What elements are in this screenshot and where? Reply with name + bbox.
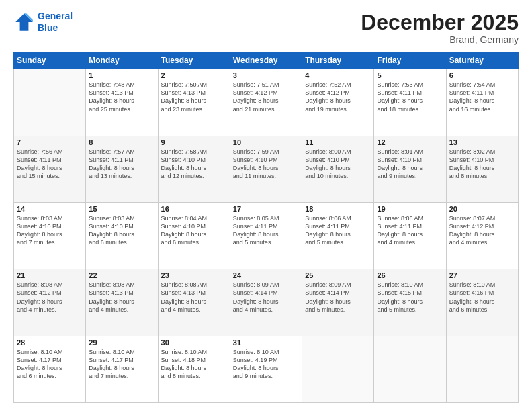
day-info: Sunrise: 8:09 AMSunset: 4:14 PMDaylight:…	[305, 281, 371, 314]
day-number: 28	[17, 338, 83, 347]
calendar-week-row: 1Sunrise: 7:48 AMSunset: 4:13 PMDaylight…	[14, 69, 519, 136]
table-row: 1Sunrise: 7:48 AMSunset: 4:13 PMDaylight…	[86, 69, 158, 136]
logo-line1: General	[38, 11, 73, 21]
table-row: 3Sunrise: 7:51 AMSunset: 4:12 PMDaylight…	[230, 69, 302, 136]
day-number: 25	[305, 271, 371, 279]
day-info: Sunrise: 8:10 AMSunset: 4:17 PMDaylight:…	[17, 348, 83, 381]
svg-marker-0	[15, 13, 33, 31]
day-number: 11	[305, 138, 371, 146]
col-thursday: Thursday	[302, 52, 374, 69]
day-info: Sunrise: 8:06 AMSunset: 4:11 PMDaylight:…	[305, 214, 371, 247]
table-row: 30Sunrise: 8:10 AMSunset: 4:18 PMDayligh…	[158, 336, 230, 402]
day-number: 4	[305, 71, 371, 79]
day-info: Sunrise: 8:09 AMSunset: 4:14 PMDaylight:…	[233, 281, 299, 314]
table-row: 25Sunrise: 8:09 AMSunset: 4:14 PMDayligh…	[302, 269, 374, 336]
header: General Blue December 2025 Brand, German…	[13, 11, 519, 45]
day-info: Sunrise: 7:50 AMSunset: 4:13 PMDaylight:…	[161, 81, 227, 113]
day-info: Sunrise: 7:48 AMSunset: 4:13 PMDaylight:…	[89, 81, 154, 113]
col-friday: Friday	[374, 52, 446, 69]
table-row: 23Sunrise: 8:08 AMSunset: 4:13 PMDayligh…	[158, 269, 230, 336]
location-subtitle: Brand, Germany	[361, 34, 519, 45]
col-wednesday: Wednesday	[230, 52, 302, 69]
table-row: 6Sunrise: 7:54 AMSunset: 4:11 PMDaylight…	[446, 69, 518, 136]
day-number: 16	[161, 205, 227, 213]
table-row: 17Sunrise: 8:05 AMSunset: 4:11 PMDayligh…	[230, 202, 302, 269]
col-monday: Monday	[86, 52, 158, 69]
day-number: 18	[305, 205, 371, 213]
day-number: 1	[89, 71, 154, 79]
page: General Blue December 2025 Brand, German…	[0, 0, 532, 411]
table-row: 2Sunrise: 7:50 AMSunset: 4:13 PMDaylight…	[158, 69, 230, 136]
day-info: Sunrise: 8:10 AMSunset: 4:16 PMDaylight:…	[449, 281, 515, 314]
table-row: 11Sunrise: 8:00 AMSunset: 4:10 PMDayligh…	[302, 136, 374, 202]
logo: General Blue	[13, 11, 73, 34]
day-number: 15	[89, 205, 154, 213]
table-row: 7Sunrise: 7:56 AMSunset: 4:11 PMDaylight…	[14, 136, 86, 202]
table-row: 13Sunrise: 8:02 AMSunset: 4:10 PMDayligh…	[446, 136, 518, 202]
calendar-table: Sunday Monday Tuesday Wednesday Thursday…	[13, 52, 519, 403]
day-info: Sunrise: 8:10 AMSunset: 4:15 PMDaylight:…	[377, 281, 443, 314]
table-row: 12Sunrise: 8:01 AMSunset: 4:10 PMDayligh…	[374, 136, 446, 202]
day-number: 27	[449, 271, 515, 279]
logo-text: General Blue	[38, 11, 73, 34]
day-number: 30	[161, 338, 227, 347]
logo-line2: Blue	[38, 22, 58, 33]
table-row: 5Sunrise: 7:53 AMSunset: 4:11 PMDaylight…	[374, 69, 446, 136]
table-row: 20Sunrise: 8:07 AMSunset: 4:12 PMDayligh…	[446, 202, 518, 269]
table-row: 22Sunrise: 8:08 AMSunset: 4:13 PMDayligh…	[86, 269, 158, 336]
table-row	[374, 336, 446, 402]
day-number: 3	[233, 71, 299, 79]
table-row: 18Sunrise: 8:06 AMSunset: 4:11 PMDayligh…	[302, 202, 374, 269]
table-row: 28Sunrise: 8:10 AMSunset: 4:17 PMDayligh…	[14, 336, 86, 402]
day-number: 8	[89, 138, 154, 146]
col-tuesday: Tuesday	[158, 52, 230, 69]
day-number: 21	[17, 271, 83, 279]
day-number: 17	[233, 205, 299, 213]
day-info: Sunrise: 7:54 AMSunset: 4:11 PMDaylight:…	[449, 81, 515, 113]
table-row: 29Sunrise: 8:10 AMSunset: 4:17 PMDayligh…	[86, 336, 158, 402]
day-info: Sunrise: 8:04 AMSunset: 4:10 PMDaylight:…	[161, 214, 227, 247]
calendar-week-row: 28Sunrise: 8:10 AMSunset: 4:17 PMDayligh…	[14, 336, 519, 402]
table-row: 8Sunrise: 7:57 AMSunset: 4:11 PMDaylight…	[86, 136, 158, 202]
day-number: 13	[449, 138, 515, 146]
day-number: 6	[449, 71, 515, 79]
table-row: 9Sunrise: 7:58 AMSunset: 4:10 PMDaylight…	[158, 136, 230, 202]
table-row: 10Sunrise: 7:59 AMSunset: 4:10 PMDayligh…	[230, 136, 302, 202]
day-info: Sunrise: 8:06 AMSunset: 4:11 PMDaylight:…	[377, 214, 443, 247]
title-block: December 2025 Brand, Germany	[361, 11, 519, 45]
table-row	[302, 336, 374, 402]
day-info: Sunrise: 8:02 AMSunset: 4:10 PMDaylight:…	[449, 148, 515, 181]
month-title: December 2025	[361, 11, 519, 34]
day-number: 26	[377, 271, 443, 279]
table-row: 14Sunrise: 8:03 AMSunset: 4:10 PMDayligh…	[14, 202, 86, 269]
calendar-week-row: 7Sunrise: 7:56 AMSunset: 4:11 PMDaylight…	[14, 136, 519, 202]
calendar-header-row: Sunday Monday Tuesday Wednesday Thursday…	[14, 52, 519, 69]
day-info: Sunrise: 8:01 AMSunset: 4:10 PMDaylight:…	[377, 148, 443, 181]
day-info: Sunrise: 8:08 AMSunset: 4:13 PMDaylight:…	[89, 281, 154, 314]
col-sunday: Sunday	[14, 52, 86, 69]
day-info: Sunrise: 7:52 AMSunset: 4:12 PMDaylight:…	[305, 81, 371, 113]
day-info: Sunrise: 8:10 AMSunset: 4:17 PMDaylight:…	[89, 348, 154, 381]
table-row: 16Sunrise: 8:04 AMSunset: 4:10 PMDayligh…	[158, 202, 230, 269]
table-row: 26Sunrise: 8:10 AMSunset: 4:15 PMDayligh…	[374, 269, 446, 336]
day-info: Sunrise: 7:51 AMSunset: 4:12 PMDaylight:…	[233, 81, 299, 113]
day-number: 29	[89, 338, 154, 347]
table-row	[446, 336, 518, 402]
day-number: 22	[89, 271, 154, 279]
day-info: Sunrise: 8:08 AMSunset: 4:12 PMDaylight:…	[17, 281, 83, 314]
day-info: Sunrise: 7:59 AMSunset: 4:10 PMDaylight:…	[233, 148, 299, 181]
day-info: Sunrise: 8:10 AMSunset: 4:18 PMDaylight:…	[161, 348, 227, 381]
day-number: 20	[449, 205, 515, 213]
day-info: Sunrise: 7:56 AMSunset: 4:11 PMDaylight:…	[17, 148, 83, 181]
table-row: 21Sunrise: 8:08 AMSunset: 4:12 PMDayligh…	[14, 269, 86, 336]
day-number: 7	[17, 138, 83, 146]
table-row: 15Sunrise: 8:03 AMSunset: 4:10 PMDayligh…	[86, 202, 158, 269]
day-number: 5	[377, 71, 443, 79]
logo-icon	[13, 11, 35, 33]
day-info: Sunrise: 8:00 AMSunset: 4:10 PMDaylight:…	[305, 148, 371, 181]
day-number: 23	[161, 271, 227, 279]
col-saturday: Saturday	[446, 52, 518, 69]
day-number: 31	[233, 338, 299, 347]
day-info: Sunrise: 8:03 AMSunset: 4:10 PMDaylight:…	[17, 214, 83, 247]
day-number: 14	[17, 205, 83, 213]
